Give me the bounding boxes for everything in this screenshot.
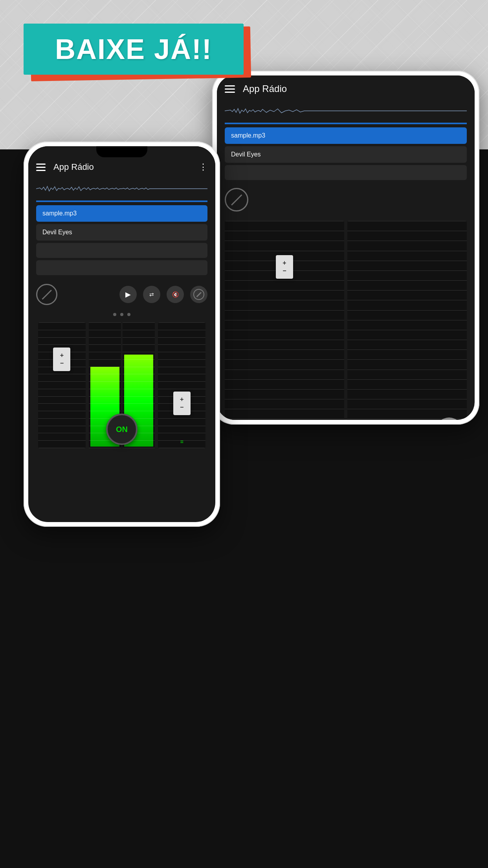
mixer-section-left: + − (28, 318, 215, 452)
left-phone-screen: App Rádio ⋮ sample.mp3 Devil Eyes (28, 146, 215, 522)
right-track-name-2: Devil Eyes (231, 151, 261, 158)
on-label: ON (116, 425, 128, 434)
track-item-1[interactable]: sample.mp3 (36, 205, 207, 222)
right-no-symbol[interactable] (225, 188, 248, 211)
right-track-item-1[interactable]: sample.mp3 (225, 127, 467, 144)
fader-plus-1: + (60, 352, 64, 359)
shuffle-icon: ⇄ (149, 291, 154, 298)
left-phone-notch (96, 146, 147, 157)
right-phone: App Rádio sample.mp3 Devil Eyes (212, 71, 479, 425)
track-item-2[interactable]: Devil Eyes (36, 224, 207, 241)
fader-3: = + − (158, 322, 205, 448)
block-icon (193, 289, 204, 300)
banner-container: BAIXE JÁ!! (24, 24, 244, 75)
more-options-icon[interactable]: ⋮ (199, 162, 207, 172)
right-fader-container: + − (225, 221, 467, 420)
dot-2 (120, 313, 123, 316)
mute-icon: 🔇 (172, 291, 179, 298)
right-no-symbol-row (217, 182, 475, 217)
right-waveform-visual (225, 103, 467, 119)
right-track-item-3 (225, 165, 467, 180)
play-button[interactable]: ▶ (119, 286, 137, 303)
dot-1 (113, 313, 116, 316)
fader-minus-1: − (60, 360, 64, 366)
right-app-title: App Rádio (243, 83, 467, 94)
right-phone-screen: App Rádio sample.mp3 Devil Eyes (217, 75, 475, 420)
track-name-2: Devil Eyes (42, 229, 72, 235)
on-button[interactable]: ON (106, 414, 138, 445)
banner-text: BAIXE JÁ!! (55, 33, 212, 65)
dot-3 (127, 313, 130, 316)
app-title-left: App Rádio (53, 162, 199, 172)
banner-teal: BAIXE JÁ!! (24, 24, 244, 75)
hamburger-menu-icon[interactable] (36, 164, 46, 171)
block-button[interactable] (190, 286, 207, 303)
track-item-3 (36, 243, 207, 258)
left-phone: App Rádio ⋮ sample.mp3 Devil Eyes (24, 142, 220, 527)
right-app-header: App Rádio (217, 75, 475, 99)
right-track-list: sample.mp3 Devil Eyes (217, 127, 475, 180)
right-fader-thumb-1[interactable]: + − (276, 255, 293, 279)
right-fader-plus-1: + (283, 260, 286, 266)
shuffle-button[interactable]: ⇄ (143, 286, 160, 303)
right-hamburger-icon[interactable] (225, 85, 235, 93)
right-track-item-2[interactable]: Devil Eyes (225, 146, 467, 163)
waveform-visual (36, 181, 207, 197)
waveform-left (28, 177, 215, 200)
right-fader-1: + − (225, 221, 344, 420)
dots-row (28, 311, 215, 318)
fader-minus-3: − (180, 404, 183, 410)
fader-thumb-3[interactable]: + − (173, 392, 191, 415)
mute-button[interactable]: 🔇 (167, 286, 184, 303)
right-fader-section: + − (217, 217, 475, 420)
right-track-name-1: sample.mp3 (231, 132, 265, 139)
right-fader-minus-1: − (283, 268, 286, 274)
no-symbol-left[interactable] (36, 284, 57, 305)
progress-bar (36, 200, 207, 202)
eq-sign-left: = (180, 439, 183, 445)
fader-plus-3: + (180, 396, 183, 403)
right-phone-frame: App Rádio sample.mp3 Devil Eyes (212, 71, 479, 425)
fader-thumb-1[interactable]: + − (53, 348, 70, 371)
left-phone-frame: App Rádio ⋮ sample.mp3 Devil Eyes (24, 142, 220, 527)
track-item-4 (36, 260, 207, 275)
track-list-left: sample.mp3 Devil Eyes (28, 205, 215, 275)
controls-row: ▶ ⇄ 🔇 (28, 278, 215, 311)
right-fader-2: = (347, 221, 467, 420)
right-waveform (217, 99, 475, 123)
play-icon: ▶ (125, 290, 131, 299)
fader-1: + − (38, 322, 86, 448)
right-progress-bar (225, 123, 467, 124)
track-name-1: sample.mp3 (42, 210, 77, 217)
